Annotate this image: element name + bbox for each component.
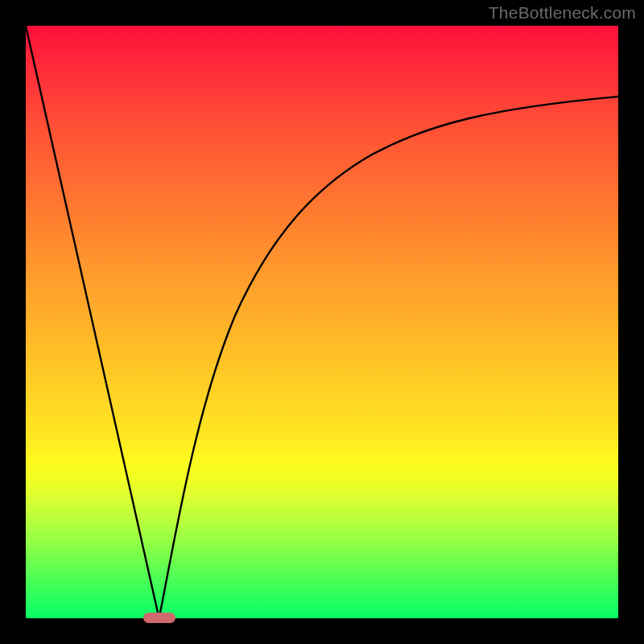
curve-layer bbox=[26, 26, 618, 618]
watermark-label: TheBottleneck.com bbox=[489, 3, 636, 23]
curve-right-limb bbox=[159, 97, 618, 618]
chart-frame: TheBottleneck.com bbox=[0, 0, 644, 644]
optimum-marker bbox=[143, 613, 175, 623]
curve-left-limb bbox=[26, 26, 159, 618]
plot-area bbox=[26, 26, 618, 618]
